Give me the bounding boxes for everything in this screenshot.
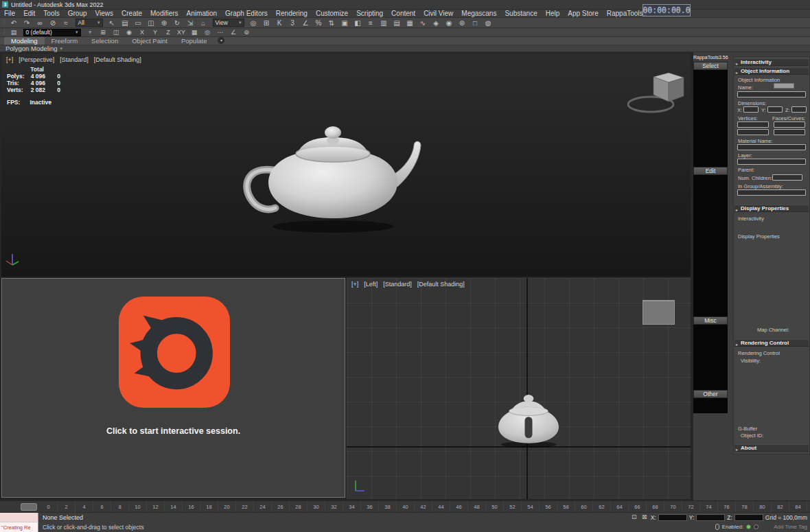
menu-item[interactable]: Tools	[39, 10, 63, 17]
align-icon[interactable]: ≡	[365, 19, 377, 27]
ribbon-tab[interactable]: Selection	[84, 37, 125, 45]
viewport-menu[interactable]: [+]	[6, 56, 13, 63]
axis-plane-constraint[interactable]: XY	[176, 29, 187, 36]
menu-item[interactable]: Customize	[312, 10, 352, 17]
angle-snap-icon[interactable]: ∠	[300, 19, 312, 27]
in-group-field[interactable]	[737, 189, 806, 196]
time-slider-handle[interactable]	[21, 503, 37, 511]
viewport-perspective[interactable]: [+][Perspective][Standard][Default Shadi…	[1, 54, 691, 277]
teapot-object-side[interactable]	[491, 386, 566, 450]
menu-item[interactable]: Scripting	[352, 10, 387, 17]
timeline-tick[interactable]: 54	[522, 501, 540, 512]
timeline-tick[interactable]: 56	[540, 501, 557, 512]
layer-explorer-icon[interactable]: ▤	[391, 19, 403, 27]
timeline-tick[interactable]: 16	[183, 501, 200, 512]
select-objects-in-layer-icon[interactable]: ◫	[111, 29, 122, 36]
faces-field-2[interactable]	[774, 129, 805, 135]
ribbon-tab[interactable]: Freeform	[45, 37, 85, 45]
menu-item[interactable]: Content	[387, 10, 419, 17]
menu-item[interactable]: Civil View	[419, 10, 457, 17]
timeline-tick[interactable]: 34	[343, 501, 361, 512]
timeline-tick[interactable]: 44	[432, 501, 450, 512]
reference-coordinate-dropdown[interactable]: View▾	[213, 19, 244, 27]
timeline-tick[interactable]: 50	[486, 501, 504, 512]
timeline-tick[interactable]: 82	[772, 501, 789, 512]
select-and-move-icon[interactable]: ⊕	[159, 19, 170, 27]
timeline-tick[interactable]: 72	[682, 501, 700, 512]
add-selection-to-layer-icon[interactable]: ⊞	[97, 29, 109, 36]
viewport-menu[interactable]: [Perspective]	[19, 56, 54, 63]
viewport-menu[interactable]: [Default Shading]	[94, 56, 141, 63]
unlink-selection-icon[interactable]: ⊘	[47, 19, 59, 27]
coord-z-field[interactable]	[734, 514, 763, 521]
timeline-tick[interactable]: 38	[379, 501, 397, 512]
timeline-tick[interactable]: 24	[254, 501, 272, 512]
scene-explorer-icon[interactable]: ▥	[378, 19, 390, 27]
ribbon-minimize-toggle[interactable]: ▾	[218, 37, 224, 44]
timeline-tick[interactable]: 46	[450, 501, 468, 512]
coord-x-field[interactable]	[658, 514, 687, 521]
render-production-icon[interactable]: ◍	[483, 19, 494, 27]
named-selection-sets-icon[interactable]: ▣	[339, 19, 351, 27]
transform-toolbox-icon[interactable]: ⊚	[241, 29, 253, 36]
material-editor-icon[interactable]: ◉	[443, 19, 455, 27]
schematic-view-icon[interactable]: ◈	[430, 19, 442, 27]
rectangular-selection-region-icon[interactable]: ▭	[132, 19, 144, 27]
timeline-tick[interactable]: 12	[147, 501, 165, 512]
rappatools-misc-button[interactable]: Misc	[693, 316, 728, 325]
viewport-menu[interactable]: [Default Shading]	[417, 281, 465, 288]
timeline-tick[interactable]: 32	[325, 501, 343, 512]
menu-item[interactable]: Modifiers	[146, 10, 183, 17]
corona-interactive-panel[interactable]: Click to start interactive session.	[1, 278, 345, 498]
name-field[interactable]	[737, 91, 806, 97]
timeline-tick[interactable]: 48	[468, 501, 486, 512]
ribbon-tab[interactable]: Modeling	[4, 37, 45, 45]
timeline-tick[interactable]: 28	[290, 501, 308, 512]
select-and-rotate-icon[interactable]: ↻	[172, 19, 183, 27]
section-header-object-information[interactable]: ▸Object Information	[734, 67, 809, 75]
keyboard-override-icon[interactable]: K	[274, 19, 286, 27]
timeline-tick[interactable]: 76	[718, 501, 736, 512]
selection-filter-dropdown[interactable]: All▾	[76, 19, 103, 27]
axis-y-constraint[interactable]: Y	[150, 29, 161, 36]
vertices-field-1[interactable]	[737, 122, 769, 128]
faces-field-1[interactable]	[774, 122, 805, 128]
section-header-about[interactable]: ▸About	[734, 444, 809, 452]
timeline-tick[interactable]: 36	[361, 501, 379, 512]
array-tool-icon[interactable]: ▦	[189, 29, 200, 36]
rappatools-edit-button[interactable]: Edit	[693, 167, 728, 175]
rendered-frame-window-icon[interactable]: □	[470, 19, 481, 27]
add-time-tag[interactable]: Add Time Tag	[774, 524, 807, 530]
vertices-field-2[interactable]	[737, 129, 769, 135]
select-and-manipulate-icon[interactable]: ⊞	[261, 19, 273, 27]
selection-lock-icon[interactable]: ⊠	[640, 513, 649, 521]
viewport-menu[interactable]: [Standard]	[383, 281, 412, 288]
use-pivot-center-icon[interactable]: ◎	[248, 19, 259, 27]
enabled-indicator-on[interactable]	[746, 524, 751, 529]
bind-to-space-warp-icon[interactable]: ≈	[60, 19, 72, 27]
layer-dropdown[interactable]: 0 (default)▾	[23, 29, 81, 36]
timeline-tick[interactable]: 4	[76, 501, 93, 512]
timeline-tick[interactable]: 0	[40, 501, 58, 512]
timeline-tick[interactable]: 40	[397, 501, 415, 512]
percent-snap-icon[interactable]: %	[313, 19, 325, 27]
name-pick-button[interactable]	[774, 83, 794, 89]
axis-z-constraint[interactable]: Z	[163, 29, 174, 36]
enabled-indicator-off[interactable]	[754, 524, 759, 529]
viewport-menu[interactable]: [Standard]	[60, 56, 89, 63]
dim-y-field[interactable]	[767, 106, 783, 113]
timeline-tick[interactable]: 62	[593, 501, 611, 512]
viewport-menu[interactable]: [Left]	[364, 281, 378, 288]
menu-item[interactable]: Create	[117, 10, 146, 17]
spacing-tool-icon[interactable]: ⋯	[215, 29, 227, 36]
measure-tool-icon[interactable]: ∠	[228, 29, 240, 36]
coord-y-field[interactable]	[696, 514, 725, 521]
interactivity-item[interactable]: Interactivity	[738, 216, 764, 222]
timeline-tick[interactable]: 30	[308, 501, 325, 512]
undo-icon[interactable]: ↶	[8, 19, 20, 27]
rappatools-select-button[interactable]: Select	[693, 62, 728, 70]
spinner-snap-icon[interactable]: ⇅	[326, 19, 338, 27]
select-and-place-icon[interactable]: ⌂	[198, 19, 209, 27]
polygon-modeling-panel[interactable]: Polygon Modeling▾	[5, 45, 62, 52]
timeline-tick[interactable]: 84	[789, 501, 807, 512]
